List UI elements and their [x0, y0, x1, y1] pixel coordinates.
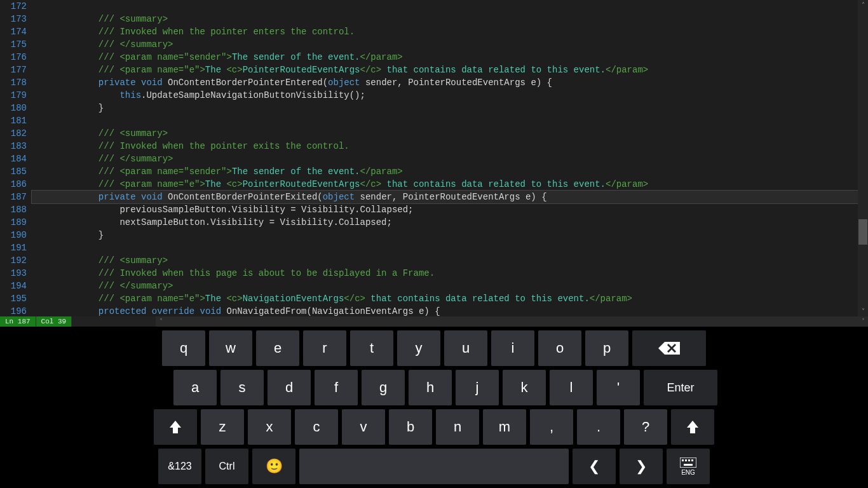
key-c[interactable]: c	[295, 409, 338, 445]
scroll-up-arrow-icon[interactable]: ˄	[858, 0, 868, 10]
code-line[interactable]: /// <param name="e">The <c>NavigationEve…	[32, 292, 868, 305]
key-k[interactable]: k	[503, 370, 546, 405]
key-,[interactable]: ,	[530, 409, 573, 445]
language-key[interactable]: ENG	[667, 449, 710, 484]
line-number: 174	[0, 25, 27, 38]
line-number: 179	[0, 89, 27, 102]
line-number: 181	[0, 114, 27, 127]
space-key[interactable]	[299, 449, 569, 484]
code-line[interactable]: /// <param name="e">The <c>PointerRouted…	[32, 178, 868, 191]
line-number: 193	[0, 267, 27, 280]
emoji-key[interactable]: 🙂	[252, 449, 295, 484]
code-line[interactable]: /// <summary>	[32, 127, 868, 140]
code-area[interactable]: /// <summary> /// Invoked when the point…	[32, 0, 868, 316]
key-b[interactable]: b	[389, 409, 432, 445]
code-line[interactable]: private void OnContentBorderPointerExite…	[32, 191, 868, 203]
line-number: 184	[0, 152, 27, 165]
code-line[interactable]: previousSampleButton.Visibility = Visibi…	[32, 203, 868, 216]
key-'[interactable]: '	[597, 370, 640, 405]
line-number: 172	[0, 0, 27, 13]
code-line[interactable]: private void OnContentBorderPointerEnter…	[32, 76, 868, 89]
line-number: 194	[0, 280, 27, 292]
keyboard-icon	[680, 458, 696, 468]
code-line[interactable]: nextSampleButton.Visibility = Visibility…	[32, 216, 868, 229]
shift-key-left[interactable]	[154, 409, 197, 445]
line-number: 183	[0, 140, 27, 152]
horizontal-scrollbar[interactable]: ˂ ˃	[156, 316, 868, 327]
shift-up-icon	[170, 421, 181, 433]
key-.[interactable]: .	[577, 409, 620, 445]
key-w[interactable]: w	[209, 330, 252, 366]
key-q[interactable]: q	[162, 330, 205, 366]
key-o[interactable]: o	[538, 330, 581, 366]
svg-rect-1	[682, 459, 684, 461]
code-line[interactable]: this.UpdateSampleNavigationButtonVisibil…	[32, 89, 868, 102]
svg-rect-5	[684, 464, 693, 466]
scrollbar-thumb[interactable]	[858, 219, 867, 245]
code-line[interactable]: /// <summary>	[32, 13, 868, 25]
svg-rect-3	[688, 459, 690, 461]
key-p[interactable]: p	[585, 330, 628, 366]
line-number: 188	[0, 203, 27, 216]
line-number: 175	[0, 38, 27, 51]
touch-keyboard[interactable]: qwertyuiop asdfghjkl'Enter zxcvbnm,.? &1…	[0, 327, 868, 488]
right-arrow-key[interactable]: ❯	[620, 449, 663, 484]
code-line[interactable]: /// </summary>	[32, 152, 868, 165]
numsym-key[interactable]: &123	[158, 449, 201, 484]
key-j[interactable]: j	[456, 370, 499, 405]
code-line[interactable]: protected override void OnNavigatedFrom(…	[32, 305, 868, 318]
key-v[interactable]: v	[342, 409, 385, 445]
left-arrow-key[interactable]: ❮	[573, 449, 616, 484]
code-line[interactable]: }	[32, 102, 868, 114]
code-line[interactable]	[32, 114, 868, 127]
key-i[interactable]: i	[491, 330, 534, 366]
code-line[interactable]: /// <param name="sender">The sender of t…	[32, 165, 868, 178]
code-line[interactable]: /// <summary>	[32, 254, 868, 267]
line-number: 196	[0, 305, 27, 318]
key-a[interactable]: a	[173, 370, 217, 405]
key-t[interactable]: t	[350, 330, 393, 366]
key-e[interactable]: e	[256, 330, 299, 366]
code-line[interactable]: /// <param name="sender">The sender of t…	[32, 51, 868, 64]
backspace-key[interactable]	[632, 330, 706, 366]
key-g[interactable]: g	[362, 370, 405, 405]
code-line[interactable]: /// </summary>	[32, 280, 868, 292]
line-number: 177	[0, 64, 27, 76]
code-line[interactable]: /// Invoked when this page is about to b…	[32, 267, 868, 280]
key-r[interactable]: r	[303, 330, 346, 366]
code-line[interactable]: /// Invoked when the pointer exits the c…	[32, 140, 868, 152]
status-col: Col 39	[36, 316, 72, 327]
key-n[interactable]: n	[436, 409, 479, 445]
code-line[interactable]: /// <param name="e">The <c>PointerRouted…	[32, 64, 868, 76]
scroll-right-arrow-icon[interactable]: ˃	[858, 316, 868, 327]
key-h[interactable]: h	[409, 370, 452, 405]
line-number: 187	[0, 191, 27, 203]
ctrl-key[interactable]: Ctrl	[205, 449, 248, 484]
code-line[interactable]: }	[32, 229, 868, 241]
key-m[interactable]: m	[483, 409, 526, 445]
code-line[interactable]	[32, 0, 868, 13]
key-?[interactable]: ?	[624, 409, 667, 445]
code-editor[interactable]: 1721731741751761771781791801811821831841…	[0, 0, 868, 316]
scroll-down-arrow-icon[interactable]: ˅	[858, 306, 868, 316]
code-line[interactable]: /// Invoked when the pointer enters the …	[32, 25, 868, 38]
key-s[interactable]: s	[220, 370, 264, 405]
key-u[interactable]: u	[444, 330, 487, 366]
scroll-left-arrow-icon[interactable]: ˂	[156, 316, 166, 327]
key-y[interactable]: y	[397, 330, 440, 366]
shift-key-right[interactable]	[671, 409, 714, 445]
enter-key[interactable]: Enter	[644, 370, 717, 405]
code-line[interactable]: /// </summary>	[32, 38, 868, 51]
key-x[interactable]: x	[248, 409, 291, 445]
svg-rect-2	[685, 459, 687, 461]
key-d[interactable]: d	[268, 370, 311, 405]
line-number: 190	[0, 229, 27, 241]
code-line[interactable]	[32, 241, 868, 254]
key-z[interactable]: z	[201, 409, 244, 445]
line-number: 185	[0, 165, 27, 178]
status-line: Ln 187	[0, 316, 36, 327]
key-l[interactable]: l	[550, 370, 593, 405]
key-f[interactable]: f	[315, 370, 358, 405]
shift-up-icon	[687, 421, 698, 433]
vertical-scrollbar[interactable]: ˄ ˅	[858, 0, 868, 316]
